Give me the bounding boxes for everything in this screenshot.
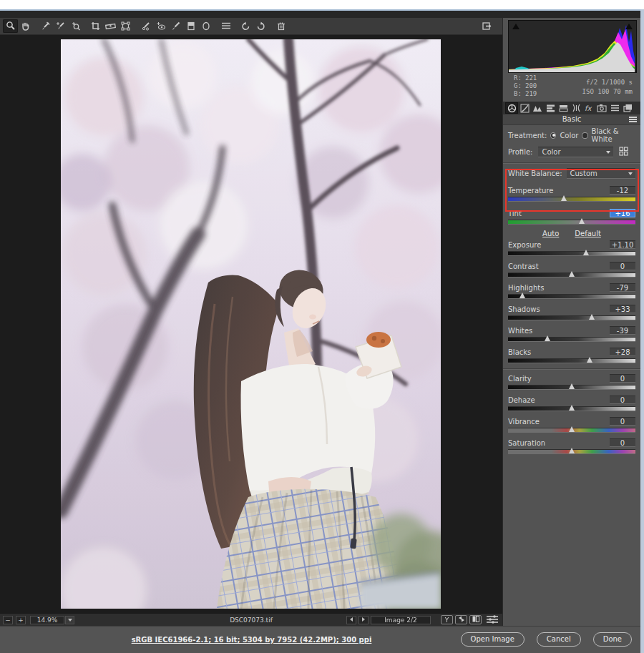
treatment-color-radio[interactable]	[550, 132, 556, 139]
highlight-clipping-icon[interactable]	[625, 24, 633, 29]
red-eye-tool-icon[interactable]	[153, 19, 168, 33]
shadows-thumb[interactable]	[589, 314, 595, 320]
tint-slider[interactable]	[508, 220, 635, 225]
preview-preferences-icon[interactable]	[487, 615, 498, 625]
spot-removal-tool-icon[interactable]	[138, 19, 153, 33]
b-value: 219	[525, 90, 537, 97]
before-after-y-button[interactable]: Y	[441, 615, 453, 624]
saturation-thumb[interactable]	[569, 448, 575, 453]
color-sampler-tool-icon[interactable]	[53, 19, 68, 33]
shadow-clipping-icon[interactable]	[512, 24, 519, 29]
whites-slider[interactable]	[508, 337, 635, 342]
shadows-value[interactable]: +33	[610, 305, 635, 313]
profile-browser-icon[interactable]	[619, 147, 628, 157]
graduated-filter-tool-icon[interactable]	[183, 19, 198, 33]
page-right-edge	[640, 9, 644, 653]
crop-tool-icon[interactable]	[88, 19, 103, 33]
clarity-value[interactable]: 0	[610, 374, 635, 383]
highlights-value[interactable]: -79	[610, 283, 635, 292]
temperature-thumb[interactable]	[561, 195, 567, 201]
exposure-value[interactable]: +1.10	[610, 240, 635, 249]
transform-tool-icon[interactable]	[118, 19, 133, 33]
cancel-button[interactable]: Cancel	[537, 632, 581, 647]
tab-lens-corrections[interactable]	[570, 102, 582, 114]
white-balance-tool-icon[interactable]	[38, 19, 53, 33]
workflow-options-link[interactable]: sRGB IEC61966-2.1; 16 bit; 5304 by 7952 …	[0, 636, 503, 644]
contrast-value[interactable]: 0	[610, 262, 635, 270]
slider-highlights: Highlights-79	[508, 282, 635, 299]
done-button[interactable]: Done	[593, 632, 632, 647]
saturation-slider[interactable]	[508, 449, 635, 454]
exposure-thumb[interactable]	[583, 250, 589, 255]
blacks-slider[interactable]	[508, 358, 635, 363]
vibrance-slider[interactable]	[508, 428, 635, 433]
tab-camera-calibration[interactable]	[595, 102, 608, 114]
tab-snapshots[interactable]	[621, 102, 634, 114]
exposure-slider[interactable]	[508, 251, 635, 256]
temperature-value[interactable]: -12	[610, 186, 635, 195]
straighten-tool-icon[interactable]	[103, 19, 118, 33]
targeted-adjustment-tool-icon[interactable]	[68, 19, 83, 33]
exif-readout: f/2 1/1000 s ISO 100 70 mm	[582, 78, 633, 97]
panel-menu-icon[interactable]	[629, 117, 637, 123]
preferences-tool-icon[interactable]	[218, 19, 233, 33]
previous-image-button[interactable]	[346, 616, 356, 624]
shadows-slider[interactable]	[508, 315, 635, 320]
r-value: 221	[525, 74, 537, 82]
blacks-label: Blacks	[508, 348, 531, 356]
image-index: Image 2/2	[371, 616, 431, 624]
contrast-thumb[interactable]	[569, 271, 575, 277]
whites-label: Whites	[508, 327, 532, 335]
rotate-left-tool-icon[interactable]	[238, 19, 253, 33]
contrast-slider[interactable]	[508, 273, 635, 278]
tab-tone-curve[interactable]	[518, 102, 531, 114]
slider-exposure: Exposure+1.10	[508, 239, 635, 256]
dehaze-thumb[interactable]	[569, 405, 575, 411]
treatment-bw-label[interactable]: Black & White	[592, 127, 635, 143]
profile-dropdown[interactable]: Color	[538, 147, 613, 157]
clarity-slider[interactable]	[508, 385, 635, 390]
blacks-value[interactable]: +28	[610, 348, 635, 356]
toggle-fullscreen-icon[interactable]	[479, 19, 494, 33]
open-image-button[interactable]: Open Image	[461, 632, 525, 647]
tab-detail[interactable]	[531, 102, 544, 114]
auto-link[interactable]: Auto	[542, 230, 559, 239]
slider-blacks: Blacks+28	[508, 346, 635, 363]
highlights-thumb[interactable]	[519, 293, 525, 298]
tab-basic[interactable]	[505, 102, 518, 114]
treatment-color-label[interactable]: Color	[560, 132, 578, 139]
temperature-slider[interactable]	[508, 197, 635, 202]
rotate-right-tool-icon[interactable]	[253, 19, 268, 33]
dehaze-value[interactable]: 0	[610, 396, 635, 404]
white-balance-dropdown[interactable]: Custom	[567, 168, 635, 179]
blacks-thumb[interactable]	[587, 357, 592, 363]
histogram[interactable]	[508, 20, 637, 73]
tab-hsl-grayscale[interactable]	[544, 102, 557, 114]
image-canvas[interactable]	[0, 35, 502, 613]
tint-value[interactable]: +16	[610, 209, 635, 217]
tab-presets[interactable]	[608, 102, 621, 114]
whites-thumb[interactable]	[545, 335, 550, 341]
whites-value[interactable]: -39	[610, 326, 635, 335]
dehaze-slider[interactable]	[508, 406, 635, 411]
delete-tool-icon[interactable]	[273, 19, 288, 33]
clarity-thumb[interactable]	[569, 383, 575, 389]
default-link[interactable]: Default	[575, 230, 601, 239]
saturation-value[interactable]: 0	[610, 438, 635, 447]
vibrance-thumb[interactable]	[569, 426, 575, 432]
swap-before-after-button[interactable]	[455, 615, 467, 624]
highlights-slider[interactable]	[508, 294, 635, 299]
hand-tool-icon[interactable]	[18, 19, 33, 33]
next-image-button[interactable]	[358, 616, 369, 624]
radial-filter-tool-icon[interactable]	[198, 19, 213, 33]
treatment-bw-radio[interactable]	[582, 132, 587, 139]
tint-thumb[interactable]	[579, 218, 585, 224]
photo-preview[interactable]	[61, 39, 441, 609]
vibrance-value[interactable]: 0	[610, 417, 635, 426]
zoom-tool-icon[interactable]	[3, 19, 18, 33]
tab-effects[interactable]: fx	[582, 102, 595, 114]
slider-tint: Tint +16	[508, 207, 635, 225]
tab-split-toning[interactable]	[557, 102, 570, 114]
adjustment-brush-tool-icon[interactable]	[168, 19, 183, 33]
copy-settings-button[interactable]	[469, 615, 482, 624]
